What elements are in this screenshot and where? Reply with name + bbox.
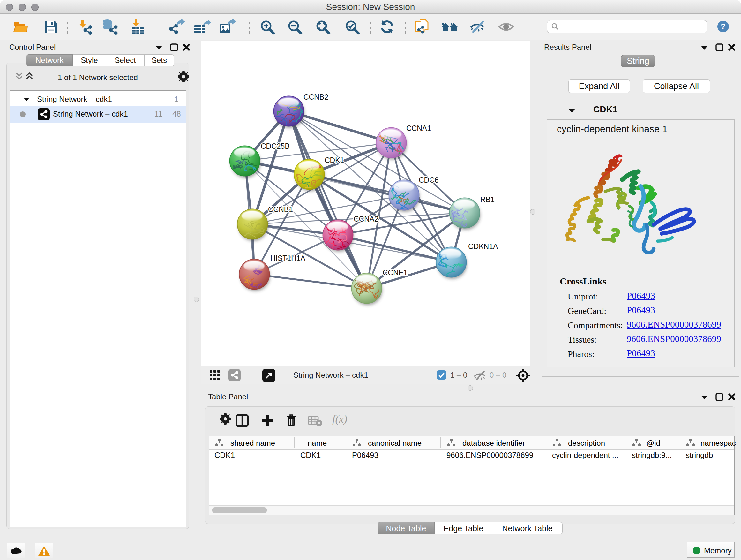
svg-text:CDK1: CDK1	[325, 156, 344, 165]
svg-text:CCNB1: CCNB1	[268, 205, 293, 213]
svg-text:CDC6: CDC6	[419, 176, 439, 184]
svg-text:CCNE1: CCNE1	[383, 268, 408, 277]
svg-text:CCNA1: CCNA1	[406, 124, 431, 132]
svg-text:CDC25B: CDC25B	[261, 142, 290, 150]
svg-text:CCNA2: CCNA2	[354, 215, 379, 223]
svg-text:RB1: RB1	[480, 195, 495, 204]
svg-text:HIST1H1A: HIST1H1A	[270, 254, 306, 262]
svg-text:CDKN1A: CDKN1A	[468, 242, 498, 251]
svg-text:CCNB2: CCNB2	[304, 93, 328, 101]
